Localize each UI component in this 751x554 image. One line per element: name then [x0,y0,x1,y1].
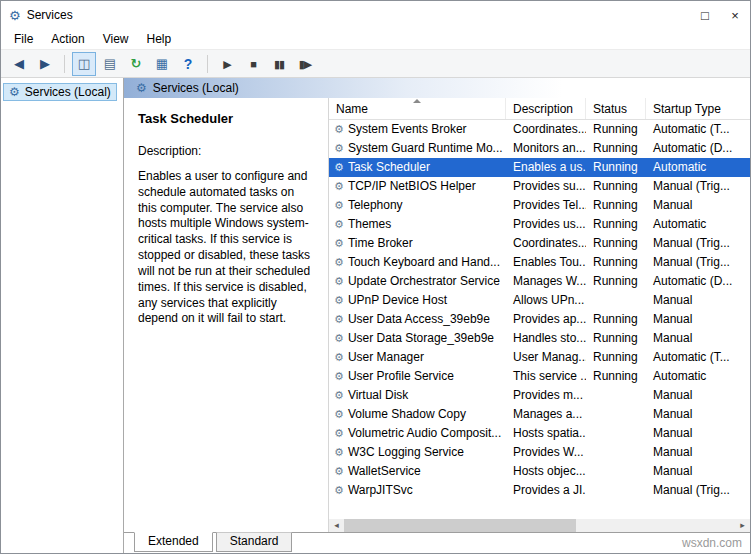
title-bar: ⚙ Services □ × [1,1,750,29]
table-row[interactable]: ⚙System Events BrokerCoordinates...Runni… [329,120,750,139]
scroll-left-icon[interactable]: ◂ [329,519,344,532]
service-startup-type: Automatic [646,158,750,177]
pause-service-button[interactable]: ▮▮ [267,52,291,76]
service-gear-icon: ⚙ [334,120,344,139]
service-description: Coordinates... [506,120,586,139]
service-startup-type: Manual [646,329,750,348]
service-name: WarpJITSvc [348,481,413,500]
pane-header-icon: ⚙ [136,81,147,95]
service-status: Running [586,139,646,158]
service-startup-type: Automatic [646,367,750,386]
service-description: Provides su... [506,177,586,196]
maximize-button[interactable]: □ [690,1,720,29]
column-header-startup-type[interactable]: Startup Type [646,98,750,119]
scroll-right-icon[interactable]: ▸ [735,519,750,532]
forward-button[interactable]: ▶ [33,52,57,76]
service-name: User Manager [348,348,424,367]
service-status: Running [586,310,646,329]
window-title: Services [27,8,73,22]
table-row[interactable]: ⚙TelephonyProvides Tel...RunningManual [329,196,750,215]
scrollbar-thumb[interactable] [344,519,576,532]
service-name: Virtual Disk [348,386,408,405]
refresh-button[interactable]: ↻ [124,52,148,76]
menu-view[interactable]: View [94,30,138,48]
properties-button[interactable]: ▤ [98,52,122,76]
table-row[interactable]: ⚙User Data Access_39eb9eProvides ap...Ru… [329,310,750,329]
view-tabs: Extended Standard [124,532,750,553]
table-row[interactable]: ⚙Volume Shadow CopyManages a...Manual [329,405,750,424]
table-row[interactable]: ⚙User Data Storage_39eb9eHandles sto...R… [329,329,750,348]
service-description: Manages a... [506,405,586,424]
table-row[interactable]: ⚙Volumetric Audio Composit...Hosts spati… [329,424,750,443]
service-status: Running [586,177,646,196]
pane-header: ⚙ Services (Local) [124,78,750,98]
service-status [586,481,646,500]
back-button[interactable]: ◀ [7,52,31,76]
show-console-tree-button[interactable]: ◫ [72,52,96,76]
service-status: Running [586,367,646,386]
service-gear-icon: ⚙ [334,348,344,367]
toolbar: ◀ ▶ ◫ ▤ ↻ ▦ ? ▶ ■ ▮▮ ▮▶ [1,49,750,78]
service-gear-icon: ⚙ [334,291,344,310]
service-description: Hosts objec... [506,462,586,481]
service-gear-icon: ⚙ [334,329,344,348]
menu-bar: File Action View Help [1,29,750,49]
service-name: WalletService [348,462,421,481]
service-name: Task Scheduler [348,158,430,177]
service-gear-icon: ⚙ [334,481,344,500]
menu-file[interactable]: File [5,30,42,48]
table-row[interactable]: ⚙Virtual DiskProvides m...Manual [329,386,750,405]
tab-extended[interactable]: Extended [134,532,213,552]
tab-standard[interactable]: Standard [216,532,293,552]
table-row[interactable]: ⚙System Guard Runtime Mo...Monitors an..… [329,139,750,158]
service-startup-type: Manual [646,196,750,215]
restart-service-button[interactable]: ▮▶ [293,52,317,76]
close-button[interactable]: × [720,1,750,29]
service-description: Enables a us... [506,158,586,177]
table-row[interactable]: ⚙Update Orchestrator ServiceManages W...… [329,272,750,291]
service-gear-icon: ⚙ [334,177,344,196]
service-description: Coordinates... [506,234,586,253]
service-name: W3C Logging Service [348,443,464,462]
help-button[interactable]: ? [176,52,200,76]
table-row[interactable]: ⚙WalletServiceHosts objec...Manual [329,462,750,481]
start-service-button[interactable]: ▶ [215,52,239,76]
service-status [586,405,646,424]
table-row[interactable]: ⚙WarpJITSvcProvides a JI...Manual (Trig.… [329,481,750,500]
column-header-description[interactable]: Description [506,98,586,119]
tree-item-services-local[interactable]: ⚙ Services (Local) [3,83,117,101]
services-pane: ⚙ Services (Local) Task Scheduler Descri… [124,78,750,553]
description-text: Enables a user to configure and schedule… [138,169,316,327]
service-gear-icon: ⚙ [334,215,344,234]
service-startup-type: Manual [646,424,750,443]
table-row[interactable]: ⚙Time BrokerCoordinates...RunningManual … [329,234,750,253]
column-header-status[interactable]: Status [586,98,646,119]
table-row[interactable]: ⚙UPnP Device HostAllows UPn...Manual [329,291,750,310]
table-row[interactable]: ⚙User Profile ServiceThis service ...Run… [329,367,750,386]
service-description: Monitors an... [506,139,586,158]
console-tree-panel: ⚙ Services (Local) [1,78,124,553]
table-row[interactable]: ⚙Task SchedulerEnables a us...RunningAut… [329,158,750,177]
stop-service-button[interactable]: ■ [241,52,265,76]
service-name: Time Broker [348,234,413,253]
service-name: User Data Access_39eb9e [348,310,490,329]
table-row[interactable]: ⚙TCP/IP NetBIOS HelperProvides su...Runn… [329,177,750,196]
export-list-button[interactable]: ▦ [150,52,174,76]
service-gear-icon: ⚙ [334,253,344,272]
service-status: Running [586,196,646,215]
menu-action[interactable]: Action [42,30,93,48]
service-gear-icon: ⚙ [334,234,344,253]
column-header-name[interactable]: Name [329,98,506,119]
service-startup-type: Automatic (T... [646,120,750,139]
service-gear-icon: ⚙ [334,367,344,386]
horizontal-scrollbar[interactable]: ◂ ▸ [329,519,750,532]
table-row[interactable]: ⚙Touch Keyboard and Hand...Enables Tou..… [329,253,750,272]
service-description: Provides W... [506,443,586,462]
watermark: wsxdn.com [682,536,742,550]
table-row[interactable]: ⚙ThemesProvides us...RunningAutomatic [329,215,750,234]
table-row[interactable]: ⚙W3C Logging ServiceProvides W...Manual [329,443,750,462]
service-startup-type: Manual [646,310,750,329]
service-gear-icon: ⚙ [334,386,344,405]
table-row[interactable]: ⚙User ManagerUser Manag...RunningAutomat… [329,348,750,367]
menu-help[interactable]: Help [138,30,181,48]
